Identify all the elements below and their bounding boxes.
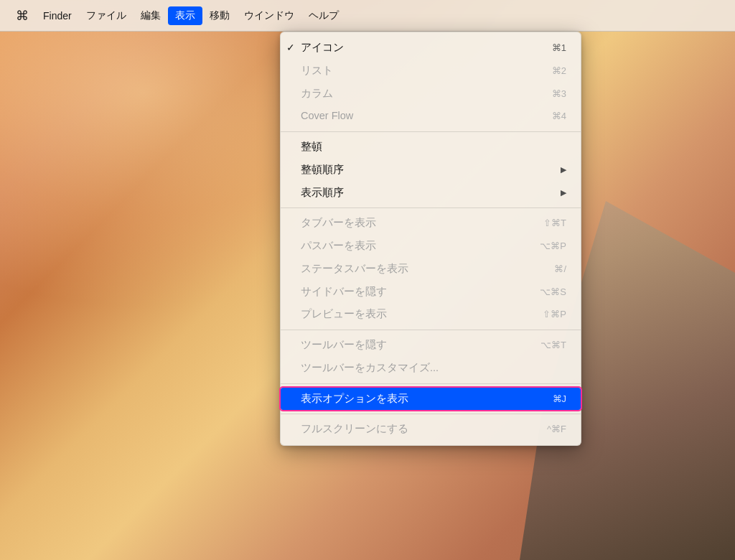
view-menu-dropdown: アイコン ⌘1 リスト ⌘2 カラム ⌘3 Cover Flow ⌘4 整頓 整… bbox=[280, 32, 581, 446]
menu-item-label: サイドバーを隠す bbox=[301, 284, 387, 300]
menubar-file[interactable]: ファイル bbox=[79, 6, 134, 25]
menu-item-label: Cover Flow bbox=[301, 108, 353, 124]
menu-item-sort-by[interactable]: 表示順序 ▶ bbox=[281, 182, 581, 205]
menu-item-label: カラム bbox=[301, 86, 333, 102]
menu-item-shortcut: ⌘/ bbox=[554, 262, 566, 276]
menubar-view[interactable]: 表示 bbox=[168, 6, 202, 25]
menu-item-label: タブバーを表示 bbox=[301, 215, 376, 231]
menu-item-show-view-options[interactable]: 表示オプションを表示 ⌘J bbox=[281, 388, 581, 411]
menu-item-shortcut: ⇧⌘P bbox=[543, 307, 566, 322]
menubar-help[interactable]: ヘルプ bbox=[301, 6, 346, 25]
menu-item-label: ツールバーを隠す bbox=[301, 337, 387, 353]
menu-item-cover-flow[interactable]: Cover Flow ⌘4 bbox=[281, 105, 581, 128]
menu-item-label: 整頓 bbox=[301, 139, 322, 155]
menu-item-shortcut: ⌥⌘P bbox=[540, 239, 566, 253]
submenu-arrow-icon: ▶ bbox=[561, 164, 566, 176]
menubar: ⌘ Finder ファイル 編集 表示 移動 ウインドウ ヘルプ bbox=[0, 0, 735, 32]
menu-item-hide-sidebar[interactable]: サイドバーを隠す ⌥⌘S bbox=[281, 281, 581, 304]
separator-5 bbox=[281, 414, 581, 414]
menu-item-column-view[interactable]: カラム ⌘3 bbox=[281, 83, 581, 106]
menu-item-show-status-bar[interactable]: ステータスバーを表示 ⌘/ bbox=[281, 258, 581, 281]
menubar-finder[interactable]: Finder bbox=[36, 7, 79, 24]
menu-item-list-view[interactable]: リスト ⌘2 bbox=[281, 60, 581, 83]
menu-item-show-preview[interactable]: プレビューを表示 ⇧⌘P bbox=[281, 303, 581, 326]
separator-2 bbox=[281, 207, 581, 208]
menu-item-label: リスト bbox=[301, 63, 333, 79]
menu-item-show-path-bar[interactable]: パスバーを表示 ⌥⌘P bbox=[281, 235, 581, 258]
menu-item-hide-toolbar[interactable]: ツールバーを隠す ⌥⌘T bbox=[281, 334, 581, 357]
menu-item-shortcut: ⌥⌘T bbox=[540, 338, 566, 353]
separator-1 bbox=[281, 131, 581, 132]
menu-item-shortcut: ⌘1 bbox=[552, 41, 566, 55]
menubar-edit[interactable]: 編集 bbox=[134, 6, 168, 25]
menu-item-clean-up[interactable]: 整頓 bbox=[281, 136, 581, 159]
menu-item-icon-view[interactable]: アイコン ⌘1 bbox=[281, 37, 581, 60]
menu-item-customize-toolbar[interactable]: ツールバーをカスタマイズ... bbox=[281, 357, 581, 380]
menu-item-show-tab-bar[interactable]: タブバーを表示 ⇧⌘T bbox=[281, 212, 581, 235]
menu-item-label: 表示オプションを表示 bbox=[301, 391, 408, 407]
menu-item-label: 整頓順序 bbox=[301, 162, 344, 178]
menu-item-shortcut: ⇧⌘T bbox=[543, 216, 566, 230]
menu-item-label: ツールバーをカスタマイズ... bbox=[301, 360, 439, 376]
menu-item-label: フルスクリーンにする bbox=[301, 421, 408, 437]
menu-item-shortcut: ⌘2 bbox=[552, 64, 566, 78]
menu-item-enter-fullscreen[interactable]: フルスクリーンにする ^⌘F bbox=[281, 418, 581, 441]
menu-item-shortcut: ⌘J bbox=[553, 392, 567, 406]
menu-item-label: 表示順序 bbox=[301, 185, 344, 201]
menubar-go[interactable]: 移動 bbox=[202, 6, 237, 25]
separator-3 bbox=[281, 330, 581, 330]
menu-item-label: プレビューを表示 bbox=[301, 307, 387, 322]
menubar-window[interactable]: ウインドウ bbox=[237, 6, 301, 25]
menu-item-label: ステータスバーを表示 bbox=[301, 261, 408, 277]
separator-4 bbox=[281, 383, 581, 384]
menu-item-label: アイコン bbox=[301, 40, 344, 56]
submenu-arrow-icon: ▶ bbox=[561, 187, 566, 199]
menu-item-shortcut: ⌥⌘S bbox=[540, 285, 566, 299]
menu-item-shortcut: ^⌘F bbox=[547, 422, 566, 437]
apple-menu[interactable]: ⌘ bbox=[9, 8, 36, 24]
menu-item-shortcut: ⌘3 bbox=[552, 87, 566, 101]
menu-item-label: パスバーを表示 bbox=[301, 238, 376, 254]
menu-item-shortcut: ⌘4 bbox=[552, 109, 566, 123]
menu-item-clean-up-by[interactable]: 整頓順序 ▶ bbox=[281, 159, 581, 182]
